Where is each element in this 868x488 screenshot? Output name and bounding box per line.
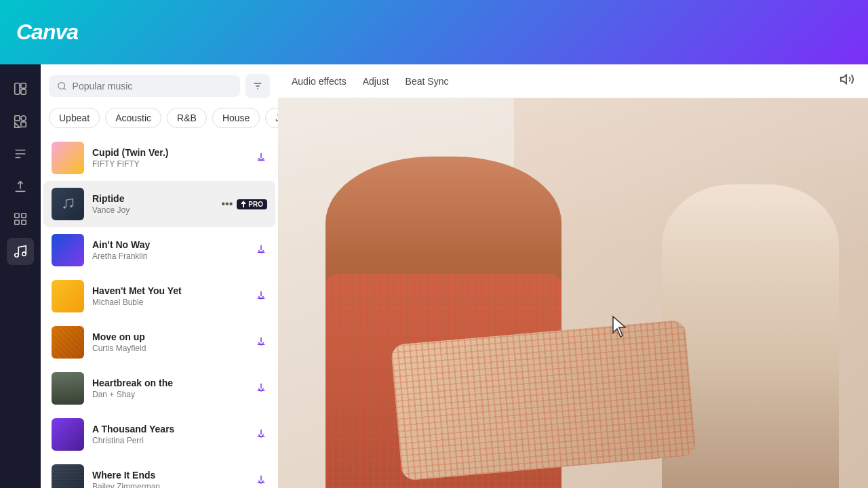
track-item-where[interactable]: Where It Ends Bailey Zimmerman (43, 458, 275, 488)
track-info-havent: Haven't Met You Yet Michael Buble (92, 285, 247, 307)
download-icon-cupid[interactable] (255, 150, 267, 166)
track-title-thousand: A Thousand Years (92, 424, 247, 434)
track-thumb-havent (52, 280, 84, 312)
track-title-havent: Haven't Met You Yet (92, 285, 247, 296)
svg-point-13 (58, 83, 65, 89)
svg-point-18 (70, 205, 72, 207)
track-thumb-moveon (52, 326, 84, 359)
track-title-cupid: Cupid (Twin Ver.) (92, 147, 247, 158)
sidebar-item-upload[interactable] (7, 173, 34, 200)
svg-point-17 (63, 206, 65, 208)
sidebar-item-elements[interactable] (7, 108, 34, 135)
track-artist-riptide: Vance Joy (92, 205, 214, 215)
sidebar-item-panels[interactable] (7, 75, 34, 102)
track-info-moveon: Move on up Curtis Mayfield (92, 331, 247, 353)
adjust-button[interactable]: Adjust (363, 73, 389, 89)
svg-point-4 (21, 116, 26, 121)
genre-tags: Upbeat Acoustic R&B House Jazz › (41, 105, 278, 135)
header: Canva (0, 0, 868, 64)
track-info-cupid: Cupid (Twin Ver.) FIFTY FIFTY (92, 147, 247, 169)
track-title-moveon: Move on up (92, 331, 247, 342)
track-item-havent[interactable]: Haven't Met You Yet Michael Buble (43, 273, 275, 319)
track-info-aint: Ain't No Way Aretha Franklin (92, 239, 247, 261)
search-icon (57, 81, 67, 92)
track-item-moveon[interactable]: Move on up Curtis Mayfield (43, 319, 275, 365)
track-action-heartbreak (255, 381, 267, 396)
sidebar-item-text[interactable] (7, 140, 34, 167)
toolbar: Audio effects Adjust Beat Sync (278, 64, 868, 98)
genre-tag-house[interactable]: House (212, 108, 260, 128)
genre-tag-acoustic[interactable]: Acoustic (105, 108, 161, 128)
track-thumb-aint (52, 234, 84, 266)
track-info-where: Where It Ends Bailey Zimmerman (92, 470, 247, 488)
download-icon-heartbreak[interactable] (255, 381, 267, 396)
svg-marker-19 (841, 75, 846, 84)
download-icon-moveon[interactable] (255, 335, 267, 350)
track-action-riptide: ••• PRO (222, 198, 267, 210)
track-list: Cupid (Twin Ver.) FIFTY FIFTY (41, 135, 278, 488)
track-action-havent (255, 289, 267, 304)
track-artist-moveon: Curtis Mayfield (92, 344, 247, 353)
track-item-heartbreak[interactable]: Heartbreak on the Dan + Shay (43, 365, 275, 411)
download-icon-where[interactable] (255, 473, 267, 489)
audio-effects-button[interactable]: Audio effects (292, 73, 347, 89)
track-action-cupid (255, 150, 267, 166)
music-panel: Upbeat Acoustic R&B House Jazz › Cupid (… (41, 64, 278, 488)
download-icon-aint[interactable] (255, 243, 267, 258)
track-artist-thousand: Christina Perri (92, 436, 247, 445)
track-item-cupid[interactable]: Cupid (Twin Ver.) FIFTY FIFTY (43, 135, 275, 181)
filter-icon (252, 81, 263, 92)
track-artist-havent: Michael Buble (92, 298, 247, 307)
track-artist-heartbreak: Dan + Shay (92, 390, 247, 399)
track-thumb-thousand (52, 418, 84, 451)
main-content: Audio effects Adjust Beat Sync (278, 64, 868, 488)
genre-tag-upbeat[interactable]: Upbeat (49, 108, 100, 128)
track-action-thousand (255, 427, 267, 443)
svg-rect-1 (21, 83, 26, 88)
track-thumb-riptide (52, 188, 84, 220)
svg-rect-3 (15, 116, 20, 121)
track-artist-cupid: FIFTY FIFTY (92, 159, 247, 169)
track-action-aint (255, 243, 267, 258)
track-thumb-where (52, 464, 84, 488)
sidebar-item-apps[interactable] (7, 205, 34, 232)
search-input-wrapper[interactable] (49, 75, 240, 97)
pro-badge-riptide: PRO (237, 199, 267, 209)
track-item-riptide[interactable]: Riptide Vance Joy ••• PRO (43, 181, 275, 227)
svg-rect-6 (21, 122, 26, 127)
track-thumb-cupid (52, 142, 84, 174)
track-action-moveon (255, 335, 267, 350)
svg-rect-8 (22, 214, 26, 218)
track-title-aint: Ain't No Way (92, 239, 247, 250)
track-thumb-heartbreak (52, 372, 84, 405)
track-title-riptide: Riptide (92, 193, 214, 204)
svg-rect-10 (22, 220, 26, 224)
track-info-thousand: A Thousand Years Christina Perri (92, 424, 247, 445)
svg-marker-5 (15, 123, 20, 127)
svg-point-11 (15, 253, 19, 258)
genre-tag-rnb[interactable]: R&B (167, 108, 207, 128)
track-item-aint[interactable]: Ain't No Way Aretha Franklin (43, 227, 275, 273)
canva-logo: Canva (16, 20, 78, 45)
volume-icon (840, 72, 854, 87)
svg-point-12 (22, 252, 26, 256)
beat-sync-button[interactable]: Beat Sync (406, 73, 449, 89)
track-artist-aint: Aretha Franklin (92, 251, 247, 261)
track-artist-where: Bailey Zimmerman (92, 482, 247, 488)
search-input[interactable] (73, 81, 232, 92)
svg-rect-2 (21, 89, 26, 94)
track-item-thousand[interactable]: A Thousand Years Christina Perri (43, 411, 275, 458)
track-info-heartbreak: Heartbreak on the Dan + Shay (92, 378, 247, 399)
more-options-icon-riptide[interactable]: ••• (222, 198, 233, 210)
track-title-heartbreak: Heartbreak on the (92, 378, 247, 388)
sidebar-item-music[interactable] (7, 238, 34, 265)
canvas-area (278, 98, 868, 488)
filter-button[interactable] (245, 74, 270, 98)
download-icon-thousand[interactable] (255, 427, 267, 443)
genre-tag-jazz[interactable]: Jazz (265, 108, 278, 128)
volume-button[interactable] (840, 72, 854, 90)
sidebar-icons (0, 64, 41, 488)
download-icon-havent[interactable] (255, 289, 267, 304)
svg-rect-7 (15, 214, 19, 218)
svg-rect-0 (15, 83, 20, 95)
